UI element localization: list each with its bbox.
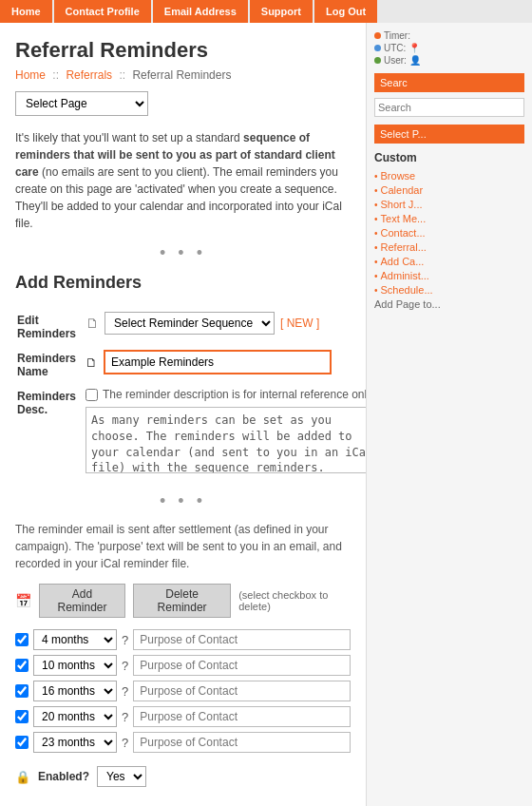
nav-contact-profile[interactable]: Contact Profile: [54, 0, 151, 23]
question-icon-0[interactable]: ?: [122, 633, 128, 647]
sidebar-item-browse[interactable]: • Browse: [374, 170, 524, 182]
bullet-referral: •: [374, 242, 378, 253]
sidebar-item-contact[interactable]: • Contact...: [374, 227, 524, 239]
desc-checkbox[interactable]: [86, 389, 98, 401]
bullet-administ: •: [374, 271, 378, 281]
breadcrumb-referrals[interactable]: Referrals: [66, 68, 112, 82]
nav-log-out[interactable]: Log Out: [314, 0, 377, 23]
question-icon-4[interactable]: ?: [122, 736, 128, 750]
purpose-input-4[interactable]: [133, 732, 351, 753]
enabled-row: 🔒 Enabled? Yes No: [15, 766, 351, 787]
dots-divider-2: • • •: [15, 491, 351, 511]
reminder-month-select-4[interactable]: 23 months1 month24 months: [33, 732, 117, 753]
user-dot: [374, 57, 381, 64]
sidebar-select-btn[interactable]: Select P...: [374, 125, 524, 144]
desc-textarea[interactable]: As many reminders can be set as you choo…: [86, 407, 380, 473]
add-reminder-button[interactable]: Add Reminder: [39, 584, 125, 618]
reminder-row: 10 months1 month6 months ?: [15, 655, 351, 676]
breadcrumb: Home :: Referrals :: Referral Reminders: [15, 68, 351, 82]
sidebar-utc-icon: 📍: [408, 43, 420, 53]
question-icon-3[interactable]: ?: [122, 710, 128, 724]
reminder-seq-select[interactable]: Select Reminder Sequence: [104, 312, 275, 335]
sidebar-referral-label: Referral...: [381, 241, 427, 253]
edit-reminders-row: Edit Reminders 🗋 Select Reminder Sequenc…: [17, 308, 380, 344]
sidebar-utc-row: UTC: 📍: [374, 43, 524, 53]
reminder-checkbox-4[interactable]: [15, 736, 28, 749]
reminders-desc-field: The reminder description is for internal…: [86, 384, 380, 480]
breadcrumb-current: Referral Reminders: [132, 68, 231, 82]
reminder-month-select-1[interactable]: 10 months1 month6 months: [33, 655, 117, 676]
sidebar-custom-title: Custom: [374, 151, 524, 164]
sidebar-item-shortj[interactable]: • Short J...: [374, 199, 524, 210]
sidebar-menu: • Browse • Calendar • Short J... • Text …: [374, 170, 524, 296]
utc-dot: [374, 45, 381, 51]
purpose-input-2[interactable]: [133, 681, 351, 701]
desc-checkbox-wrapper: The reminder description is for internal…: [86, 388, 380, 401]
sidebar-browse-label: Browse: [381, 170, 416, 182]
edit-reminders-label: Edit Reminders: [17, 308, 84, 344]
sidebar-textme-label: Text Me...: [381, 213, 427, 224]
reminder-row: 4 months1 month2 months3 months ?: [15, 629, 351, 650]
sidebar-timer-row: Timer:: [374, 30, 524, 41]
page-title: Referral Reminders: [15, 38, 351, 63]
sidebar-timer-label: Timer:: [384, 30, 410, 41]
sidebar-item-administ[interactable]: • Administ...: [374, 270, 524, 281]
reminder-month-select-2[interactable]: 16 months1 month12 months: [33, 681, 117, 701]
delete-reminder-button[interactable]: Delete Reminder: [133, 584, 231, 618]
reminder-rows: 4 months1 month2 months3 months ? 10 mon…: [15, 629, 351, 753]
page-select[interactable]: Select Page: [15, 91, 148, 116]
sidebar-shortj-label: Short J...: [381, 199, 423, 210]
reminder-checkbox-2[interactable]: [15, 684, 28, 698]
enabled-label: Enabled?: [38, 770, 89, 783]
sidebar-search-input[interactable]: [374, 98, 524, 117]
purpose-input-3[interactable]: [133, 706, 351, 727]
left-content: Referral Reminders Home :: Referrals :: …: [0, 23, 366, 806]
sidebar-item-addca[interactable]: • Add Ca...: [374, 256, 524, 267]
bullet-shortj: •: [374, 200, 378, 210]
reminder-checkbox-0[interactable]: [15, 633, 28, 646]
reminder-checkbox-1[interactable]: [15, 659, 28, 672]
sidebar-add-page-link[interactable]: Add Page to...: [374, 298, 524, 310]
nav-support[interactable]: Support: [250, 0, 313, 23]
reminder-month-select-0[interactable]: 4 months1 month2 months3 months: [33, 629, 117, 650]
reminder-month-select-3[interactable]: 20 months1 month18 months: [33, 706, 117, 727]
breadcrumb-home[interactable]: Home: [15, 68, 46, 82]
form-table: Edit Reminders 🗋 Select Reminder Sequenc…: [15, 306, 382, 482]
reminders-name-input[interactable]: [104, 350, 332, 374]
sidebar-contact-label: Contact...: [381, 227, 426, 239]
doc-icon-2: 🗋: [86, 355, 98, 370]
reminder-checkbox-3[interactable]: [15, 710, 28, 723]
sidebar-calendar-label: Calendar: [381, 184, 424, 196]
sidebar-item-referral[interactable]: • Referral...: [374, 241, 524, 253]
purpose-input-0[interactable]: [133, 629, 351, 650]
reminders-desc-row: Reminders Desc. The reminder description…: [17, 384, 380, 480]
bullet-browse: •: [374, 171, 378, 182]
reminder-seq-wrapper: 🗋 Select Reminder Sequence [ NEW ]: [86, 312, 380, 335]
question-icon-1[interactable]: ?: [122, 659, 128, 673]
sidebar-user-icon: 👤: [409, 55, 421, 66]
nav-home[interactable]: Home: [0, 0, 52, 23]
sidebar-search-bar: Searc: [374, 73, 524, 92]
reminder-row: 16 months1 month12 months ?: [15, 681, 351, 701]
sidebar-item-calendar[interactable]: • Calendar: [374, 184, 524, 196]
new-link[interactable]: [ NEW ]: [280, 317, 319, 330]
breadcrumb-sep2: ::: [119, 68, 125, 82]
intro-text: It's likely that you'll want to set up a…: [15, 129, 351, 232]
question-icon-2[interactable]: ?: [122, 684, 128, 699]
bullet-textme: •: [374, 214, 378, 224]
sidebar-user-label: User:: [384, 55, 407, 66]
enabled-select[interactable]: Yes No: [97, 766, 146, 787]
reminders-name-row: Reminders Name 🗋: [17, 346, 380, 382]
nav-email-address[interactable]: Email Address: [153, 0, 248, 23]
sidebar-administ-label: Administ...: [381, 270, 429, 281]
sidebar-addca-label: Add Ca...: [381, 256, 425, 267]
sidebar-item-textme[interactable]: • Text Me...: [374, 213, 524, 224]
sidebar-user-row: User: 👤: [374, 55, 524, 66]
sidebar-item-schedule[interactable]: • Schedule...: [374, 284, 524, 296]
search-label: Searc: [380, 77, 408, 88]
sidebar-schedule-label: Schedule...: [381, 284, 433, 296]
timer-dot: [374, 32, 381, 39]
bullet-schedule: •: [374, 285, 378, 296]
purpose-input-1[interactable]: [133, 655, 351, 676]
delete-hint: (select checkbox to delete): [238, 589, 351, 612]
